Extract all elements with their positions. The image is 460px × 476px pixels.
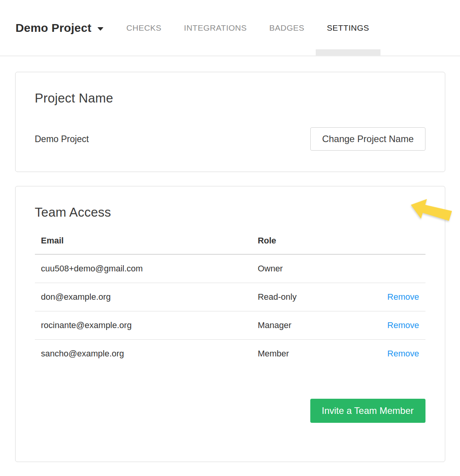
member-email: cuu508+demo@gmail.com bbox=[35, 254, 252, 283]
table-header-row: Email Role bbox=[35, 228, 425, 254]
remove-member-link[interactable]: Remove bbox=[387, 320, 419, 330]
table-row: cuu508+demo@gmail.com Owner bbox=[35, 254, 425, 283]
role-column-header: Role bbox=[251, 228, 372, 254]
table-row: sancho@example.org Member Remove bbox=[35, 340, 425, 368]
action-column-header bbox=[373, 228, 425, 254]
chevron-down-icon bbox=[97, 27, 104, 31]
member-role: Read-only bbox=[251, 283, 372, 311]
team-members-table: Email Role cuu508+demo@gmail.com Owner d… bbox=[35, 228, 425, 368]
remove-member-link[interactable]: Remove bbox=[387, 292, 419, 302]
member-action-cell: Remove bbox=[373, 283, 425, 311]
tab-badges[interactable]: BADGES bbox=[258, 0, 316, 56]
top-navigation: Demo Project CHECKS INTEGRATIONS BADGES … bbox=[0, 0, 460, 56]
change-project-name-button[interactable]: Change Project Name bbox=[310, 127, 425, 151]
tab-checks[interactable]: CHECKS bbox=[115, 0, 173, 56]
member-action-cell: Remove bbox=[373, 311, 425, 340]
member-role: Owner bbox=[251, 254, 372, 283]
member-email: don@example.org bbox=[35, 283, 252, 311]
project-switcher[interactable]: Demo Project bbox=[16, 21, 104, 35]
remove-member-link[interactable]: Remove bbox=[387, 349, 419, 358]
member-email: rocinante@example.org bbox=[35, 311, 252, 340]
member-role: Manager bbox=[251, 311, 372, 340]
project-switcher-label: Demo Project bbox=[16, 21, 92, 35]
table-row: rocinante@example.org Manager Remove bbox=[35, 311, 425, 340]
current-project-name: Demo Project bbox=[35, 134, 89, 144]
tab-integrations[interactable]: INTEGRATIONS bbox=[173, 0, 258, 56]
settings-page: Project Name Demo Project Change Project… bbox=[15, 72, 445, 462]
email-column-header: Email bbox=[35, 228, 252, 254]
team-access-card: Team Access Email Role cuu508+demo@gmail… bbox=[15, 186, 445, 462]
team-access-card-title: Team Access bbox=[35, 205, 425, 220]
invite-team-member-button[interactable]: Invite a Team Member bbox=[310, 399, 425, 423]
table-row: don@example.org Read-only Remove bbox=[35, 283, 425, 311]
member-email: sancho@example.org bbox=[35, 340, 252, 368]
project-name-card: Project Name Demo Project Change Project… bbox=[15, 72, 445, 172]
project-name-card-title: Project Name bbox=[35, 91, 425, 106]
nav-tabs: CHECKS INTEGRATIONS BADGES SETTINGS bbox=[115, 0, 380, 56]
member-action-cell bbox=[373, 254, 425, 283]
member-action-cell: Remove bbox=[373, 340, 425, 368]
member-role: Member bbox=[251, 340, 372, 368]
tab-settings[interactable]: SETTINGS bbox=[316, 0, 380, 56]
